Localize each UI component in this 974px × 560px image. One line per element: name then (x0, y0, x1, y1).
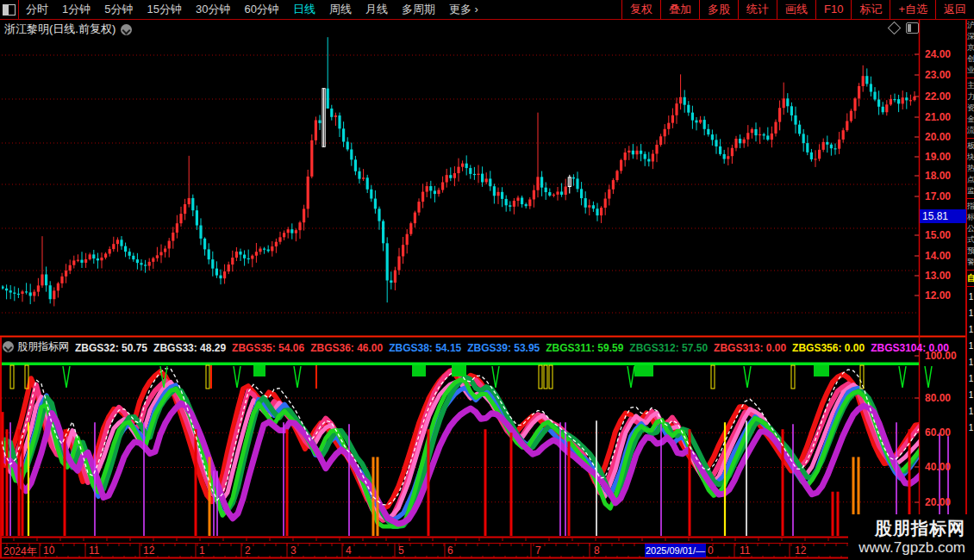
period-tab-周线[interactable]: 周线 (329, 2, 352, 17)
toolbar-button-画线[interactable]: 画线 (777, 0, 815, 19)
date-highlight-badge: 2025/09/01/— (645, 544, 706, 557)
sidebar-char: 主 (967, 80, 974, 91)
date-label: 11 (89, 544, 99, 557)
chevron-down-icon[interactable] (121, 24, 132, 35)
date-label: 6 (447, 544, 453, 557)
period-tab-1分钟[interactable]: 1分钟 (62, 2, 91, 17)
indicator-axis-label: 60.00 (925, 426, 951, 439)
period-tab-更多 ›[interactable]: 更多 › (449, 2, 478, 17)
diamond-icon[interactable] (888, 22, 902, 35)
indicator-collapse-icon[interactable] (3, 341, 14, 352)
toolbar-button-返回[interactable]: 返回 (935, 0, 974, 19)
sidebar-char: 公 (967, 223, 974, 234)
sidebar-char: 指 (967, 201, 974, 212)
period-tab-多周期[interactable]: 多周期 (402, 2, 435, 17)
sidebar-tab-label[interactable]: 自 (967, 272, 974, 284)
sidebar-text-group: 板块热点监 (967, 140, 974, 196)
price-label: 23.00 (925, 69, 951, 81)
indicator-values: ZBGS32: 50.75ZBGS33: 48.29ZBGS35: 54.06Z… (75, 339, 955, 355)
period-tab-5分钟[interactable]: 5分钟 (104, 2, 133, 17)
sidebar-divider (967, 270, 974, 271)
date-axis-marks (7, 544, 908, 557)
period-tab-30分钟[interactable]: 30分钟 (196, 2, 230, 17)
sidebar-text-group: 沪深京创业 (967, 20, 974, 76)
panel-icon[interactable] (906, 22, 919, 34)
period-tabs: 分时1分钟5分钟15分钟30分钟60分钟日线周线月线多周期更多 › (19, 2, 621, 17)
period-tab-15分钟[interactable]: 15分钟 (147, 2, 181, 17)
indicator-value-ZBGS312: ZBGS312: 57.50 (629, 342, 708, 354)
period-tab-60分钟[interactable]: 60分钟 (244, 2, 278, 17)
top-toolbar: 分时1分钟5分钟15分钟30分钟60分钟日线周线月线多周期更多 › 复权叠加多股… (0, 0, 974, 20)
period-tab-日线[interactable]: 日线 (293, 2, 315, 17)
sidebar-char: 热 (967, 163, 974, 174)
sidebar-quote-digit: 1 (967, 338, 974, 354)
indicator-panel (0, 363, 952, 542)
panel-toggle-button[interactable] (0, 0, 19, 19)
date-label: 1 (199, 544, 205, 557)
indicator-source-label: 股朋指标网 (17, 339, 69, 354)
indicator-value-ZBGS356: ZBGS356: 0.00 (792, 342, 865, 354)
price-label: 24.00 (925, 48, 951, 60)
sidebar-char: 流 (967, 125, 974, 136)
main-gridlines (2, 55, 919, 313)
price-label: 21.00 (925, 111, 951, 123)
price-label: 12.00 (925, 289, 951, 302)
chart-title-row: 浙江黎明(日线.前复权) (4, 22, 132, 37)
watermark-brand: 股朋指标网 (875, 518, 965, 538)
sidebar-char: 业 (967, 65, 974, 76)
indicator-baseline (2, 537, 919, 542)
sidebar-char: 沪 (967, 20, 974, 31)
panel-toggle-icon (3, 4, 16, 16)
sidebar-char: 力 (967, 91, 974, 103)
indicator-axis-label: 80.00 (925, 392, 951, 404)
sidebar-divider (967, 78, 974, 78)
sidebar-quote-digit: 1 (967, 370, 974, 387)
indicator-value-ZBGS33: ZBGS33: 48.29 (153, 342, 226, 354)
sidebar-quote-digit: 1 (967, 403, 974, 420)
indicator-value-ZBGS3104: ZBGS3104: 0.00 (871, 342, 949, 354)
date-label: 5 (398, 544, 404, 557)
sidebar-char: 资 (967, 103, 974, 114)
indicator-value-ZBGS311: ZBGS311: 59.59 (546, 342, 623, 354)
toolbar-button-复权[interactable]: 复权 (621, 0, 660, 19)
sidebar-char: 监 (967, 185, 974, 196)
watermark-url: www.7gpzb.com (858, 538, 965, 557)
indicator-value-ZBGS39: ZBGS39: 53.95 (467, 342, 540, 354)
sidebar-quote-digit: 1 (967, 420, 974, 436)
sidebar-divider (967, 198, 974, 199)
toolbar-button-多股[interactable]: 多股 (699, 0, 738, 19)
date-label: 11 (740, 544, 750, 557)
sidebar-char: 深 (967, 31, 974, 42)
date-label: 10 (43, 544, 54, 557)
price-label: 20.00 (925, 131, 951, 143)
right-sidebar-strip[interactable]: 沪深京创业主力资金流板块热点监指标公式预警自111111111 (966, 20, 974, 560)
sidebar-char: 创 (967, 53, 974, 65)
date-label: 12 (143, 544, 154, 557)
period-tab-分时[interactable]: 分时 (26, 2, 48, 17)
toolbar-right-buttons: 复权叠加多股统计画线F10标记+自选返回 (621, 0, 974, 19)
indicator-value-ZBGS36: ZBGS36: 46.00 (310, 342, 383, 354)
date-label: 0 (708, 544, 714, 557)
indicator-value-ZBGS32: ZBGS32: 50.75 (75, 342, 147, 354)
date-label: 3 (290, 544, 297, 557)
watermark: 股朋指标网 www.7gpzb.com (848, 514, 969, 560)
date-label: 8 (594, 544, 600, 557)
chart-canvas (0, 0, 974, 560)
toolbar-button-统计[interactable]: 统计 (738, 0, 777, 19)
indicator-value-ZBGS38: ZBGS38: 54.15 (389, 342, 461, 354)
last-price-badge: 15.81 (920, 209, 967, 223)
period-tab-月线[interactable]: 月线 (365, 2, 388, 17)
toolbar-button-标记[interactable]: 标记 (851, 0, 890, 19)
sidebar-quote-digit: 1 (967, 289, 974, 305)
toolbar-button-F10[interactable]: F10 (815, 0, 851, 19)
sidebar-char: 块 (967, 152, 974, 163)
sidebar-char: 点 (967, 174, 974, 185)
price-label: 15.00 (925, 229, 951, 241)
indicator-axis-label: 20.00 (925, 496, 951, 508)
date-label: 12 (795, 544, 806, 557)
price-label: 22.00 (925, 90, 951, 103)
sidebar-char: 警 (967, 257, 974, 268)
toolbar-button-+自选[interactable]: +自选 (890, 0, 935, 19)
toolbar-button-叠加[interactable]: 叠加 (660, 0, 699, 19)
sidebar-divider (967, 286, 974, 287)
